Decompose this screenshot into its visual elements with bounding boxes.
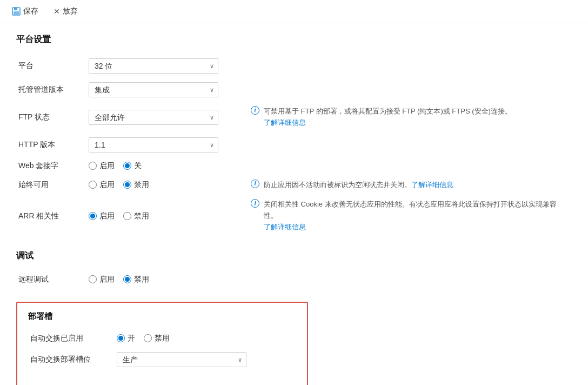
svg-rect-2 (14, 11, 19, 15)
auto-swap-enabled-radio-group: 开 禁用 (117, 334, 275, 343)
always-on-info-icon: i (251, 180, 259, 188)
always-on-row: 始终可用 启用 禁用 i 防止应用因不活动而被标识 (16, 175, 572, 195)
managed-pipeline-label: 托管管道版本 (16, 78, 86, 102)
always-on-help-text: 防止应用因不活动而被标识为空闲状态并关闭。了解详细信息 (264, 180, 453, 191)
platform-settings-title: 平台设置 (16, 34, 572, 45)
websockets-off-text: 关 (134, 161, 142, 171)
websockets-enable-text: 启用 (99, 161, 115, 171)
websockets-enable-label[interactable]: 启用 (89, 161, 115, 171)
main-content: 平台设置 平台 32 位 64 位 ∨ 托管管道版本 (0, 23, 588, 385)
auto-swap-disable-text: 禁用 (155, 334, 170, 343)
close-icon: ✕ (54, 7, 60, 16)
debug-section: 调试 远程调试 启用 禁用 (16, 250, 572, 289)
always-on-disable-label[interactable]: 禁用 (123, 180, 149, 190)
deployment-slot-box: 部署槽 自动交换已启用 开 禁用 (16, 302, 308, 385)
auto-swap-slot-row: 自动交换部署槽位 生产 暂存 ∨ (28, 348, 296, 371)
http-version-row: HTTP 版本 1.1 2.0 ∨ (16, 133, 572, 157)
arr-affinity-disable-radio[interactable] (123, 212, 131, 220)
arr-affinity-enable-text: 启用 (99, 211, 115, 221)
remote-debug-help (249, 270, 572, 289)
arr-affinity-disable-label[interactable]: 禁用 (123, 211, 149, 221)
auto-swap-enabled-help (277, 329, 296, 348)
remote-debug-row: 远程调试 启用 禁用 (16, 270, 572, 289)
arr-affinity-help: i 关闭相关性 Cookie 来改善无状态应用的性能。有状态应用应将此设置保持打… (249, 195, 572, 237)
websockets-off-label[interactable]: 关 (123, 161, 142, 171)
http-version-select-wrap: 1.1 2.0 ∨ (89, 137, 218, 152)
http-version-label: HTTP 版本 (16, 133, 86, 157)
managed-pipeline-select[interactable]: 集成 经典 (89, 82, 218, 97)
ftp-state-info-icon: i (251, 106, 259, 115)
arr-affinity-radio-group: 启用 禁用 (89, 211, 246, 221)
save-label: 保存 (23, 6, 38, 16)
auto-swap-disable-label[interactable]: 禁用 (144, 334, 170, 343)
deployment-slot-title: 部署槽 (28, 311, 296, 322)
save-icon (12, 7, 21, 16)
ftp-state-row: FTP 状态 全部允许 仅 FTPS 已禁用 ∨ i 可禁用基于 FTP 的部署… (16, 102, 572, 133)
platform-row: 平台 32 位 64 位 ∨ (16, 54, 572, 78)
deployment-slot-table: 自动交换已启用 开 禁用 (28, 329, 296, 371)
ftp-state-help-link[interactable]: 了解详细信息 (264, 118, 306, 127)
always-on-disable-radio[interactable] (123, 181, 131, 189)
http-version-help (249, 133, 572, 157)
remote-debug-enable-radio[interactable] (89, 275, 97, 283)
remote-debug-enable-label[interactable]: 启用 (89, 275, 115, 284)
platform-help (249, 54, 572, 78)
always-on-enable-text: 启用 (99, 180, 115, 190)
always-on-help: i 防止应用因不活动而被标识为空闲状态并关闭。了解详细信息 (249, 175, 572, 195)
auto-swap-on-text: 开 (128, 334, 135, 343)
remote-debug-disable-label[interactable]: 禁用 (123, 275, 149, 284)
auto-swap-on-label[interactable]: 开 (117, 334, 135, 343)
websockets-help (249, 157, 572, 175)
remote-debug-enable-text: 启用 (99, 275, 115, 284)
platform-select-wrap: 32 位 64 位 ∨ (89, 58, 218, 74)
auto-swap-enabled-row: 自动交换已启用 开 禁用 (28, 329, 296, 348)
managed-pipeline-select-wrap: 集成 经典 ∨ (89, 82, 218, 97)
save-button[interactable]: 保存 (9, 4, 42, 18)
remote-debug-radio-group: 启用 禁用 (89, 275, 246, 284)
always-on-label: 始终可用 (16, 175, 86, 195)
arr-affinity-row: ARR 相关性 启用 禁用 i 关闭相关性 Coo (16, 195, 572, 237)
websockets-off-radio[interactable] (123, 162, 131, 170)
always-on-enable-label[interactable]: 启用 (89, 180, 115, 190)
always-on-radio-group: 启用 禁用 (89, 180, 246, 190)
websockets-label: Web 套接字 (16, 157, 86, 175)
arr-affinity-enable-radio[interactable] (89, 212, 97, 220)
platform-settings-table: 平台 32 位 64 位 ∨ 托管管道版本 集成 经典 (16, 54, 572, 237)
auto-swap-disable-radio[interactable] (144, 334, 152, 342)
discard-label: 放弃 (63, 6, 78, 16)
ftp-state-select[interactable]: 全部允许 仅 FTPS 已禁用 (89, 110, 218, 125)
always-on-help-link[interactable]: 了解详细信息 (411, 181, 453, 189)
auto-swap-slot-help (277, 348, 296, 371)
arr-affinity-disable-text: 禁用 (134, 211, 149, 221)
discard-button[interactable]: ✕ 放弃 (50, 4, 81, 18)
managed-pipeline-row: 托管管道版本 集成 经典 ∨ (16, 78, 572, 102)
auto-swap-slot-select-wrap: 生产 暂存 ∨ (117, 352, 246, 367)
auto-swap-on-radio[interactable] (117, 334, 125, 342)
ftp-state-help-text: 可禁用基于 FTP 的部署，或将其配置为接受 FTP (纯文本)或 FTPS (… (264, 106, 512, 129)
remote-debug-disable-radio[interactable] (123, 275, 131, 283)
ftp-state-help: i 可禁用基于 FTP 的部署，或将其配置为接受 FTP (纯文本)或 FTPS… (249, 102, 572, 133)
remote-debug-disable-text: 禁用 (134, 275, 149, 284)
managed-pipeline-help (249, 78, 572, 102)
arr-affinity-help-link[interactable]: 了解详细信息 (264, 223, 306, 231)
http-version-select[interactable]: 1.1 2.0 (89, 137, 218, 152)
auto-swap-slot-label: 自动交换部署槽位 (28, 348, 115, 371)
arr-affinity-help-text: 关闭相关性 Cookie 来改善无状态应用的性能。有状态应用应将此设置保持打开状… (264, 199, 570, 233)
platform-select[interactable]: 32 位 64 位 (89, 58, 218, 74)
platform-label: 平台 (16, 54, 86, 78)
arr-affinity-enable-label[interactable]: 启用 (89, 211, 115, 221)
websockets-enable-radio[interactable] (89, 162, 97, 170)
auto-swap-enabled-label: 自动交换已启用 (28, 329, 115, 348)
always-on-disable-text: 禁用 (134, 180, 149, 190)
arr-affinity-info-icon: i (251, 199, 259, 208)
svg-rect-1 (14, 8, 17, 10)
arr-affinity-label: ARR 相关性 (16, 195, 86, 237)
toolbar: 保存 ✕ 放弃 (0, 0, 588, 23)
ftp-state-select-wrap: 全部允许 仅 FTPS 已禁用 ∨ (89, 110, 218, 125)
always-on-enable-radio[interactable] (89, 181, 97, 189)
websockets-radio-group: 启用 关 (89, 161, 246, 171)
websockets-row: Web 套接字 启用 关 (16, 157, 572, 175)
debug-table: 远程调试 启用 禁用 (16, 270, 572, 289)
auto-swap-slot-select[interactable]: 生产 暂存 (117, 352, 246, 367)
remote-debug-label: 远程调试 (16, 270, 86, 289)
